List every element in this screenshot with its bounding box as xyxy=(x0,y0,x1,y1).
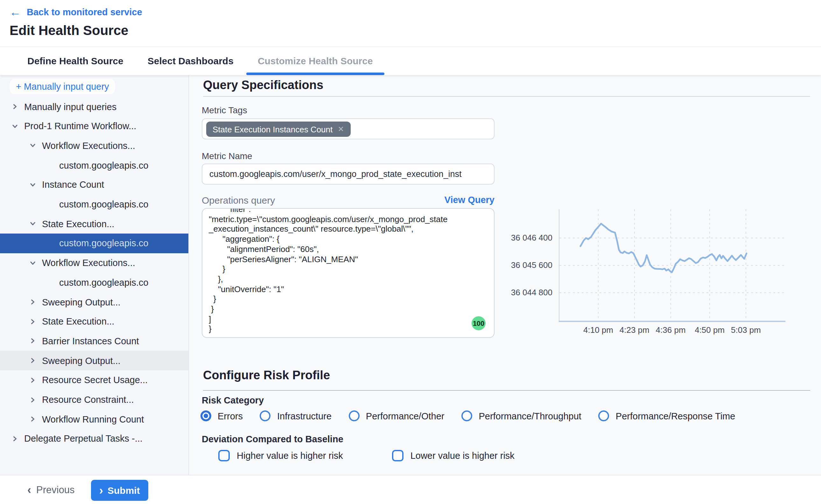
chevron-down-icon[interactable] xyxy=(29,142,36,149)
add-manual-query-button[interactable]: + Manually input query xyxy=(10,79,116,94)
radio-selected-icon[interactable] xyxy=(200,410,211,421)
metric-name-input[interactable] xyxy=(202,164,495,185)
tree-item-sweeping-output[interactable]: Sweeping Output... xyxy=(0,292,189,312)
radio-unselected-icon[interactable] xyxy=(260,410,271,421)
submit-button-label: Submit xyxy=(108,485,140,496)
x-tick-label: 4:10 pm xyxy=(578,325,619,335)
tree-item-label: custom.googleapis.co xyxy=(59,277,149,288)
tree-item-custom-googleapis-co[interactable]: custom.googleapis.co xyxy=(0,155,189,175)
tree-item-custom-googleapis-co-selected[interactable]: custom.googleapis.co xyxy=(0,234,189,253)
tree-item-label: Barrier Instances Count xyxy=(42,336,139,346)
tree-item-label: Manually input queries xyxy=(24,101,116,112)
y-tick-label: 36 046 400 xyxy=(505,233,552,242)
tree-item-state-execution[interactable]: State Execution... xyxy=(0,311,189,331)
tree-item-label: State Execution... xyxy=(42,219,114,229)
tree-item-workflow-executions[interactable]: Workflow Executions... xyxy=(0,136,189,156)
chevron-down-icon[interactable] xyxy=(29,220,36,227)
tree-item-label: Prod-1 Runtime Workflow... xyxy=(24,121,136,131)
radio-infrastructure[interactable]: Infrastructure xyxy=(260,410,332,421)
metric-tags-input[interactable]: State Execution Instances Count ✕ xyxy=(202,118,495,139)
previous-button[interactable]: ‹ Previous xyxy=(27,475,75,504)
view-query-link[interactable]: View Query xyxy=(399,195,495,205)
tree-item-resource-secret-usage[interactable]: Resource Secret Usage... xyxy=(0,370,189,390)
checkbox-higher-value-is-higher-risk[interactable]: Higher value is higher risk xyxy=(218,450,343,461)
code-line: _execution_instances_count\" resource.ty… xyxy=(209,224,488,234)
radio-errors[interactable]: Errors xyxy=(200,410,243,421)
checkbox-lower-value-is-higher-risk[interactable]: Lower value is higher risk xyxy=(392,450,515,461)
tree-item-manually-input-queries[interactable]: Manually input queries xyxy=(0,97,189,116)
tree-item-label: Resource Secret Usage... xyxy=(42,375,148,385)
query-tree-sidebar: + Manually input query Manually input qu… xyxy=(0,74,189,475)
radio-unselected-icon[interactable] xyxy=(599,410,609,421)
metric-chart-svg xyxy=(559,209,785,322)
checkbox-icon[interactable] xyxy=(218,450,230,461)
deviation-label: Deviation Compared to Baseline xyxy=(202,434,343,444)
chevron-right-icon[interactable] xyxy=(11,103,18,110)
checkbox-icon[interactable] xyxy=(392,450,403,461)
tab-customize-health-source[interactable]: Customize Health Source xyxy=(249,47,382,75)
tree-item-barrier-instances-count[interactable]: Barrier Instances Count xyxy=(0,331,189,351)
tree-item-sweeping-output[interactable]: Sweeping Output... xyxy=(0,351,189,370)
radio-label: Errors xyxy=(218,411,243,421)
tree-item-custom-googleapis-co[interactable]: custom.googleapis.co xyxy=(0,273,189,292)
chevron-down-icon[interactable] xyxy=(29,259,36,266)
tab-bar-items: Define Health SourceSelect DashboardsCus… xyxy=(0,47,821,75)
chevron-right-icon[interactable] xyxy=(29,357,36,364)
chevron-right-icon[interactable] xyxy=(29,396,36,403)
radio-performance-other[interactable]: Performance/Other xyxy=(349,410,445,421)
back-arrow-icon: ← xyxy=(10,6,21,18)
code-line: } xyxy=(209,294,488,304)
radio-performance-response-time[interactable]: Performance/Response Time xyxy=(599,410,735,421)
tree-item-workflow-executions[interactable]: Workflow Executions... xyxy=(0,253,189,273)
tree-item-state-execution[interactable]: State Execution... xyxy=(0,214,189,234)
x-tick-label: 5:03 pm xyxy=(726,325,766,335)
radio-unselected-icon[interactable] xyxy=(461,410,472,421)
submit-button[interactable]: › Submit xyxy=(91,480,148,501)
code-line: "metric.type=\"custom.googleapis.com/use… xyxy=(209,214,488,224)
deviation-checkbox-group: Higher value is higher riskLower value i… xyxy=(218,450,515,461)
footer-bar: ‹ Previous › Submit xyxy=(0,475,821,504)
tree-item-workflow-running-count[interactable]: Workflow Running Count xyxy=(0,409,189,429)
code-line: } xyxy=(209,264,488,274)
radio-performance-throughput[interactable]: Performance/Throughput xyxy=(461,410,581,421)
chevron-right-icon[interactable] xyxy=(11,435,18,442)
code-line: }, xyxy=(209,274,488,284)
chevron-right-icon[interactable] xyxy=(29,298,36,305)
metric-tags-label: Metric Tags xyxy=(202,105,247,115)
tree-item-label: Resource Constraint... xyxy=(42,395,134,405)
tree-item-resource-constraint[interactable]: Resource Constraint... xyxy=(0,390,189,409)
chevron-right-icon[interactable] xyxy=(29,377,36,384)
chevron-right-icon[interactable] xyxy=(29,416,36,423)
tree-item-label: Workflow Executions... xyxy=(42,141,135,151)
chevron-right-icon[interactable] xyxy=(29,318,36,325)
tab-define-health-source[interactable]: Define Health Source xyxy=(18,47,132,75)
chevron-left-icon: ‹ xyxy=(27,484,31,496)
code-line: "unitOverride": "1" xyxy=(209,284,488,294)
records-count-badge: 100 xyxy=(472,316,486,330)
chevron-right-icon: › xyxy=(99,485,103,496)
back-to-monitored-service-link[interactable]: ← Back to monitored service xyxy=(10,6,142,18)
checkbox-label: Higher value is higher risk xyxy=(237,451,343,461)
tree-item-delegate-perpetual-tasks[interactable]: Delegate Perpetual Tasks -... xyxy=(0,429,189,449)
operations-query-code: "filter":"metric.type=\"custom.googleapi… xyxy=(202,208,494,334)
configure-risk-profile-title: Configure Risk Profile xyxy=(203,368,330,382)
tree-item-prod-1-runtime-workflow[interactable]: Prod-1 Runtime Workflow... xyxy=(0,116,189,136)
radio-unselected-icon[interactable] xyxy=(349,410,360,421)
chevron-down-icon[interactable] xyxy=(29,181,36,188)
code-line: "perSeriesAligner": "ALIGN_MEAN" xyxy=(209,254,488,264)
tab-select-dashboards[interactable]: Select Dashboards xyxy=(139,47,242,75)
operations-query-textarea[interactable]: "filter":"metric.type=\"custom.googleapi… xyxy=(202,208,495,338)
remove-tag-icon[interactable]: ✕ xyxy=(338,125,344,134)
tree-item-label: Sweeping Output... xyxy=(42,297,121,307)
code-line: "aggregation": { xyxy=(209,234,488,244)
edit-health-source-page: ← Back to monitored service Edit Health … xyxy=(0,0,821,504)
operations-query-label: Operations query xyxy=(202,195,275,206)
tree-item-custom-googleapis-co[interactable]: custom.googleapis.co xyxy=(0,194,189,214)
metric-tag-chip-label: State Execution Instances Count xyxy=(213,124,333,134)
tree-item-label: Workflow Running Count xyxy=(42,414,144,424)
chevron-down-icon[interactable] xyxy=(11,123,18,129)
tree-item-label: State Execution... xyxy=(42,316,114,326)
tree-item-instance-count[interactable]: Instance Count xyxy=(0,175,189,195)
chevron-right-icon[interactable] xyxy=(29,338,36,345)
code-line: "alignmentPeriod": "60s", xyxy=(209,244,488,254)
